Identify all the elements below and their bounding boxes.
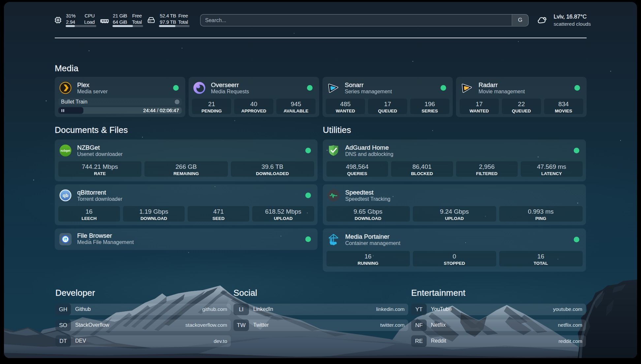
svg-text:qb: qb bbox=[63, 193, 69, 198]
svg-text:nzbget: nzbget bbox=[61, 149, 71, 152]
